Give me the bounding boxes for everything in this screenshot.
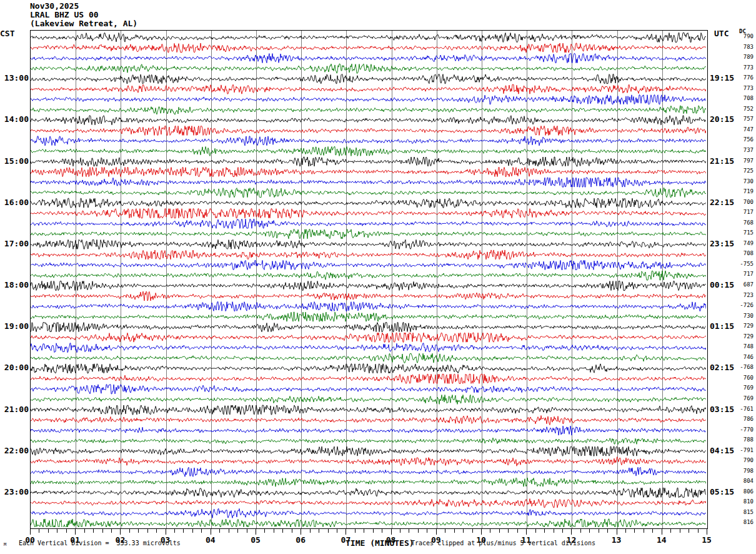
dc-offset-value: 687: [722, 282, 754, 288]
minor-tick: [409, 529, 409, 533]
minor-tick: [229, 529, 229, 533]
minor-tick: [57, 529, 57, 533]
title-location: (Lakeview Retreat, AL): [30, 19, 137, 28]
seismogram-traces-canvas: [31, 31, 706, 527]
title-station: LRAL BHZ US 00: [30, 11, 99, 19]
minor-tick: [490, 529, 490, 533]
dc-offset-value: 747: [722, 127, 754, 133]
major-tick: [346, 529, 346, 535]
dc-offset-value: 788: [722, 437, 754, 443]
x-tick-label: 15: [697, 535, 717, 545]
dc-offset-value: 769: [722, 396, 754, 401]
dc-offset-value: 815: [722, 510, 754, 515]
dc-offset-value: 789: [722, 54, 754, 60]
dc-offset-value: 773: [722, 65, 754, 71]
dc-offset-value: 776: [722, 75, 754, 81]
dc-offset-value: 804: [722, 478, 754, 484]
minor-tick: [373, 529, 374, 533]
dc-offset-value: 717: [722, 271, 754, 277]
major-tick: [707, 529, 707, 535]
minor-tick: [174, 529, 175, 533]
corner-mark: M: [4, 542, 6, 547]
minor-tick: [652, 529, 653, 533]
minor-tick: [337, 529, 337, 533]
dc-offset-value: 757: [722, 116, 754, 122]
cst-header: CST: [0, 29, 14, 38]
minor-tick: [472, 529, 473, 533]
dc-offset-value: 798: [722, 468, 754, 474]
minor-tick: [698, 529, 699, 533]
dc-offset-value: 760: [722, 375, 754, 381]
dc-offset-value: 717: [722, 209, 754, 215]
minor-tick: [508, 529, 509, 533]
major-tick: [571, 529, 572, 535]
dc-offset-value: 790: [722, 34, 754, 39]
minor-tick: [689, 529, 689, 533]
footer-right-note: Traces clipped at plus/minus 5 vertical …: [411, 540, 595, 546]
major-tick: [75, 529, 76, 535]
dc-offset-value: 756: [722, 137, 754, 143]
x-tick-label: 13: [607, 535, 627, 545]
minor-tick: [599, 529, 599, 533]
minor-tick: [580, 529, 581, 533]
cst-hour-label: 14:00: [0, 114, 29, 124]
major-tick: [256, 529, 256, 535]
dc-offset-value: -768: [722, 365, 754, 370]
x-tick-label: 14: [652, 535, 672, 545]
minor-tick: [84, 529, 85, 533]
minor-tick: [328, 529, 329, 533]
cst-hour-label: 16:00: [0, 198, 29, 207]
minor-tick: [147, 529, 148, 533]
major-tick: [662, 529, 662, 535]
dc-offset-value: 816: [722, 520, 754, 525]
major-tick: [436, 529, 437, 535]
dc-offset-value: 790: [722, 458, 754, 463]
title-date: Nov30,2025: [30, 2, 79, 11]
major-tick: [211, 529, 211, 535]
minor-tick: [183, 529, 184, 533]
major-tick: [617, 529, 617, 535]
cst-hour-label: 13:00: [0, 73, 29, 83]
dc-offset-value: 730: [722, 179, 754, 184]
minor-tick: [499, 529, 500, 533]
minor-tick: [625, 529, 626, 533]
dc-offset-value: 700: [722, 199, 754, 205]
dc-offset-value: 748: [722, 344, 754, 350]
major-tick: [120, 529, 121, 535]
minor-tick: [463, 529, 464, 533]
dc-offset-value: 786: [722, 416, 754, 422]
minor-tick: [445, 529, 445, 533]
minor-tick: [274, 529, 274, 533]
minor-tick: [454, 529, 455, 533]
cst-hour-label: 23:00: [0, 487, 29, 496]
minor-tick: [589, 529, 590, 533]
minor-tick: [418, 529, 419, 533]
cst-hour-label: 15:00: [0, 156, 29, 166]
dc-offset-value: 730: [722, 313, 754, 319]
seismogram-plot-frame: [30, 30, 708, 529]
cst-hour-label: 20:00: [0, 363, 29, 372]
major-tick: [481, 529, 482, 535]
dc-offset-value: 806: [722, 489, 754, 495]
major-tick: [301, 529, 301, 535]
dc-offset-value: 708: [722, 251, 754, 256]
cst-hour-label: 21:00: [0, 405, 29, 414]
dc-offset-value: 708: [722, 96, 754, 101]
x-tick-label: 05: [246, 535, 266, 545]
minor-tick: [355, 529, 356, 533]
minor-tick: [364, 529, 364, 533]
footer-left-note: Each Vertical Division = 333.33 microvol…: [19, 540, 181, 546]
x-tick-label: 04: [201, 535, 221, 545]
dc-offset-value: 746: [722, 355, 754, 360]
minor-tick: [237, 529, 238, 533]
minor-tick: [382, 529, 382, 533]
dc-offset-value: 725: [722, 168, 754, 174]
major-tick: [526, 529, 527, 535]
minor-tick: [544, 529, 545, 533]
minor-tick: [111, 529, 112, 533]
minor-tick: [292, 529, 292, 533]
minor-tick: [310, 529, 311, 533]
cst-hour-label: 19:00: [0, 321, 29, 331]
minor-tick: [427, 529, 427, 533]
dc-offset-value: 797: [722, 158, 754, 164]
